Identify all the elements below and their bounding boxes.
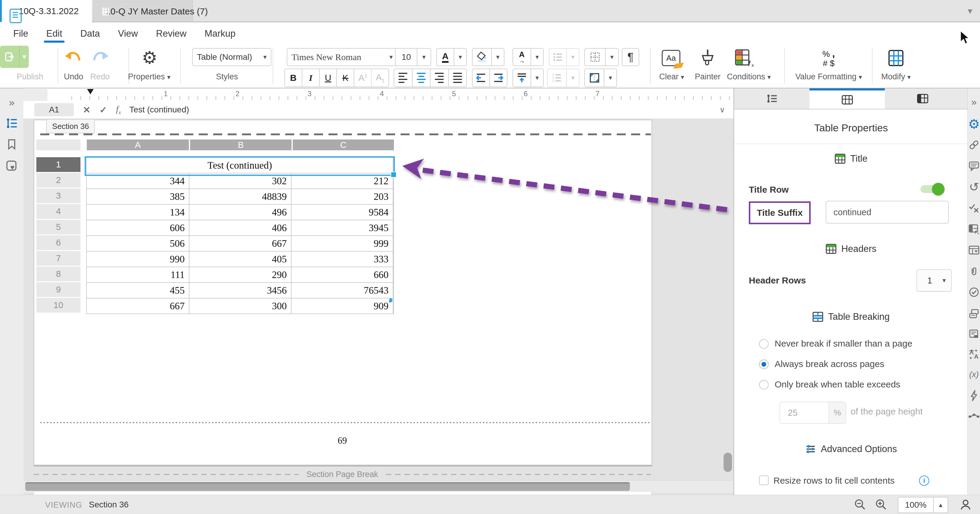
cancel-entry-icon[interactable]: ✕: [83, 105, 91, 115]
radio-only-break-label[interactable]: Only break when table exceeds: [775, 379, 900, 389]
table-cell[interactable]: 3945: [291, 220, 393, 235]
modify-table-icon[interactable]: [885, 48, 907, 68]
column-header-a[interactable]: A: [87, 139, 189, 150]
tab-document-outline[interactable]: [734, 88, 810, 109]
ruler-margin-marker[interactable]: [87, 89, 94, 98]
tab-document-active[interactable]: 10Q-3.31.2022: [2, 0, 92, 22]
resize-rows-checkbox[interactable]: [759, 476, 768, 485]
bookmark-icon[interactable]: [6, 138, 18, 150]
menu-data[interactable]: Data: [79, 26, 101, 41]
tasks-icon[interactable]: [969, 287, 979, 298]
link-icon[interactable]: [969, 139, 979, 150]
row-header[interactable]: 9: [36, 282, 81, 297]
menu-file[interactable]: File: [12, 26, 29, 41]
row-header[interactable]: 2: [36, 173, 81, 188]
variables-icon[interactable]: (x): [969, 370, 978, 379]
tab-cell-properties[interactable]: [885, 88, 960, 109]
table-cell[interactable]: 302: [189, 174, 291, 188]
radio-always-break-label[interactable]: Always break across pages: [775, 359, 884, 369]
zoom-out-icon[interactable]: [853, 498, 867, 511]
table-cell[interactable]: 203: [291, 189, 393, 204]
tab-table-properties[interactable]: [810, 88, 885, 109]
collapse-icon[interactable]: »: [971, 96, 977, 108]
status-section-label[interactable]: Section 36: [89, 500, 129, 509]
table-cell[interactable]: 990: [87, 252, 189, 267]
align-left-button[interactable]: [394, 73, 412, 83]
resize-rows-label[interactable]: Resize rows to fit cell contents: [773, 476, 895, 486]
table-cell[interactable]: 660: [291, 267, 393, 282]
table-menu-icon[interactable]: [968, 245, 980, 255]
automation-icon[interactable]: [969, 390, 979, 401]
document-canvas[interactable]: Section 36 A B C 1 2 3 4 5 6 7 8 9 10 Te…: [24, 118, 733, 495]
properties-label[interactable]: Properties ▾: [128, 72, 170, 81]
review-check-x-icon[interactable]: [969, 203, 979, 214]
clear-formatting-icon[interactable]: Aa: [659, 49, 683, 67]
header-rows-select[interactable]: 1 ▾: [916, 269, 952, 292]
modify-label[interactable]: Modify ▾: [881, 72, 911, 81]
align-center-button[interactable]: [412, 73, 430, 83]
menu-view[interactable]: View: [117, 26, 139, 41]
column-header-c[interactable]: C: [293, 139, 394, 150]
expand-sidebar-icon[interactable]: »: [9, 96, 15, 108]
table-cell[interactable]: 667: [87, 299, 189, 313]
vertical-scrollbar-thumb[interactable]: [724, 453, 732, 472]
menu-review[interactable]: Review: [155, 26, 188, 41]
fill-color-button[interactable]: ▾: [472, 48, 504, 66]
table-cell[interactable]: 290: [189, 267, 291, 282]
table-cell[interactable]: 300: [189, 299, 291, 313]
table-cell[interactable]: 506: [87, 236, 189, 251]
title-row-toggle[interactable]: [921, 185, 943, 193]
zoom-spinner[interactable]: ▲: [933, 498, 948, 512]
row-header[interactable]: 3: [36, 188, 81, 203]
table-cell[interactable]: 606: [87, 220, 189, 235]
row-header[interactable]: 4: [36, 204, 81, 219]
paragraph-marks-button[interactable]: ¶: [622, 48, 639, 66]
bold-button[interactable]: B: [285, 73, 302, 83]
formula-bar-expand-icon[interactable]: ∨: [719, 105, 725, 115]
row-header[interactable]: 8: [36, 267, 81, 281]
radio-never-break[interactable]: [759, 339, 768, 349]
undo-icon[interactable]: [64, 48, 83, 67]
underline-button[interactable]: U: [320, 73, 337, 83]
row-header[interactable]: 7: [36, 251, 81, 266]
vertical-align-button[interactable]: ▾: [512, 69, 544, 87]
style-select[interactable]: Table (Normal)▾: [192, 48, 271, 66]
font-size-select[interactable]: 10 ▾: [395, 48, 431, 66]
horizontal-scrollbar-thumb[interactable]: [25, 482, 630, 491]
merge-cells-button[interactable]: ▾: [584, 69, 617, 87]
info-icon[interactable]: i: [919, 476, 929, 486]
row-header[interactable]: 5: [36, 220, 81, 235]
zoom-level-control[interactable]: 100% ▲: [898, 497, 948, 513]
gear-icon[interactable]: ⚙: [139, 46, 160, 70]
comments-icon[interactable]: [969, 161, 979, 171]
menu-edit[interactable]: Edit: [45, 26, 64, 41]
conditions-icon[interactable]: fx: [732, 48, 757, 68]
advanced-options[interactable]: Advanced Options: [734, 444, 968, 455]
row-header[interactable]: 1: [36, 157, 81, 172]
value-formatting-icon[interactable]: % ,# $: [811, 48, 847, 69]
toggle-knob[interactable]: [932, 183, 945, 195]
percent-input[interactable]: 25: [780, 402, 829, 423]
table-cell[interactable]: 9584: [291, 205, 393, 220]
value-formatting-label[interactable]: Value Formatting ▾: [795, 72, 862, 81]
translate-icon[interactable]: A: [968, 348, 980, 360]
tab-spreadsheet[interactable]: 10-Q JY Master Dates (7): [93, 1, 193, 22]
font-family-select[interactable]: Times New Roman▾: [287, 48, 398, 66]
table-cell[interactable]: 385: [87, 189, 189, 204]
align-right-button[interactable]: [431, 73, 448, 83]
formula-table-icon[interactable]: fx: [968, 223, 980, 235]
table-cell[interactable]: 999: [291, 236, 393, 251]
row-header[interactable]: 6: [36, 235, 81, 250]
table-cell[interactable]: 667: [189, 236, 291, 251]
row-header[interactable]: 10: [36, 298, 81, 313]
outdent-button[interactable]: [473, 72, 489, 83]
zoom-in-icon[interactable]: [874, 498, 888, 511]
table-cell[interactable]: 909: [291, 299, 393, 313]
outline-icon[interactable]: [6, 117, 18, 129]
table-cell[interactable]: 405: [189, 252, 291, 267]
table-cell[interactable]: 48839: [189, 189, 291, 204]
text-color-button[interactable]: A ▾: [436, 48, 467, 66]
connections-icon[interactable]: [968, 412, 980, 421]
table-title-cell[interactable]: Test (continued): [87, 158, 393, 173]
publish-caret-icon[interactable]: ▼: [20, 46, 29, 68]
